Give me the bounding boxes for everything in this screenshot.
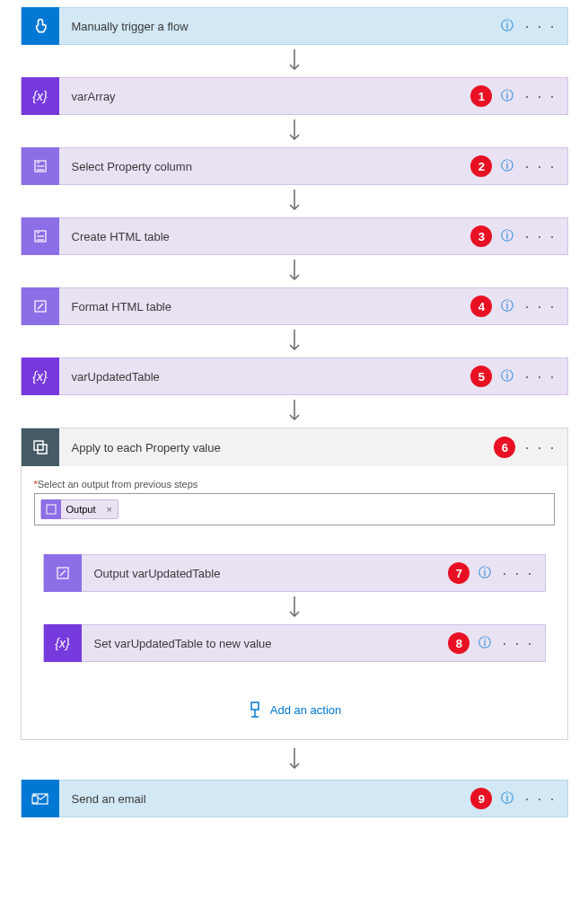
step-badge: 3: [470, 225, 492, 247]
step-label: varArray: [59, 90, 471, 103]
step-badge: 4: [470, 296, 492, 317]
help-icon[interactable]: ⓘ: [501, 88, 513, 104]
vararray-step[interactable]: {x} varArray 1 ⓘ · · ·: [21, 77, 568, 115]
more-icon[interactable]: · · ·: [524, 298, 556, 314]
more-icon[interactable]: · · ·: [524, 368, 556, 384]
svg-rect-15: [251, 702, 259, 710]
variable-icon: {x}: [22, 77, 59, 115]
output-varupdatedtable-step[interactable]: Output varUpdatedTable 7 ⓘ · · ·: [43, 554, 546, 592]
arrow-down-icon: [7, 395, 581, 428]
step-label: Apply to each Property value: [59, 441, 495, 454]
step-label: Send an email: [59, 792, 471, 806]
trigger-step[interactable]: Manually trigger a flow ⓘ · · ·: [21, 7, 568, 45]
more-icon[interactable]: · · ·: [502, 635, 533, 651]
variable-icon: {x}: [44, 624, 82, 662]
step-badge: 2: [470, 155, 492, 177]
help-icon[interactable]: ⓘ: [501, 18, 513, 34]
arrow-down-icon: [7, 740, 581, 780]
help-icon[interactable]: ⓘ: [501, 298, 513, 314]
table-icon: [22, 217, 59, 255]
output-input[interactable]: Output ×: [34, 493, 555, 525]
svg-point-0: [39, 19, 41, 21]
more-icon[interactable]: · · ·: [502, 565, 533, 581]
select-property-step[interactable]: Select Property column 2 ⓘ · · ·: [21, 147, 568, 185]
token-text: Output: [61, 504, 101, 515]
more-icon[interactable]: · · ·: [524, 439, 556, 455]
arrow-down-icon: [34, 592, 555, 624]
step-label: varUpdatedTable: [59, 370, 471, 384]
arrow-down-icon: [7, 255, 581, 287]
apply-to-each-header[interactable]: Apply to each Property value 6 · · ·: [22, 428, 567, 466]
step-label: Select Property column: [59, 160, 471, 173]
add-action-label: Add an action: [270, 703, 342, 717]
compose-icon: [44, 554, 82, 592]
help-icon[interactable]: ⓘ: [501, 368, 513, 384]
step-badge: 5: [470, 366, 492, 387]
apply-to-each-container: Apply to each Property value 6 · · · *Se…: [21, 428, 568, 740]
email-icon: [22, 780, 59, 817]
help-icon[interactable]: ⓘ: [478, 565, 491, 581]
send-email-step[interactable]: Send an email 9 ⓘ · · ·: [21, 780, 568, 817]
step-badge: 6: [494, 437, 515, 458]
more-icon[interactable]: · · ·: [524, 88, 556, 104]
step-label: Manually trigger a flow: [59, 20, 502, 33]
svg-rect-10: [34, 441, 43, 450]
svg-rect-12: [47, 505, 56, 514]
arrow-down-icon: [7, 115, 581, 147]
varupdatedtable-step[interactable]: {x} varUpdatedTable 5 ⓘ · · ·: [21, 357, 568, 395]
help-icon[interactable]: ⓘ: [478, 635, 491, 651]
step-badge: 8: [448, 632, 470, 654]
arrow-down-icon: [7, 325, 581, 357]
step-badge: 9: [470, 788, 492, 809]
create-html-table-step[interactable]: Create HTML table 3 ⓘ · · ·: [21, 217, 568, 255]
step-badge: 1: [470, 85, 492, 107]
loop-icon: [22, 428, 59, 466]
step-label: Format HTML table: [59, 300, 471, 313]
output-token[interactable]: Output ×: [40, 499, 118, 519]
more-icon[interactable]: · · ·: [524, 18, 556, 34]
help-icon[interactable]: ⓘ: [501, 158, 513, 174]
more-icon[interactable]: · · ·: [524, 790, 556, 807]
variable-icon: {x}: [22, 357, 59, 395]
arrow-down-icon: [7, 45, 581, 77]
format-html-table-step[interactable]: Format HTML table 4 ⓘ · · ·: [21, 287, 568, 325]
help-icon[interactable]: ⓘ: [501, 228, 513, 244]
svg-rect-20: [32, 796, 38, 803]
more-icon[interactable]: · · ·: [524, 228, 556, 244]
more-icon[interactable]: · · ·: [524, 158, 556, 174]
set-varupdatedtable-step[interactable]: {x} Set varUpdatedTable to new value 8 ⓘ…: [43, 624, 546, 662]
arrow-down-icon: [7, 185, 581, 217]
token-icon: [41, 499, 61, 519]
touch-icon: [22, 7, 59, 45]
compose-icon: [22, 287, 59, 325]
container-body: *Select an output from previous steps Ou…: [22, 466, 567, 739]
step-label: Create HTML table: [59, 230, 471, 243]
step-label: Output varUpdatedTable: [82, 567, 449, 580]
help-icon[interactable]: ⓘ: [501, 790, 513, 807]
step-label: Set varUpdatedTable to new value: [82, 637, 449, 650]
token-remove-icon[interactable]: ×: [101, 504, 118, 515]
svg-rect-11: [38, 445, 47, 454]
output-field-label: *Select an output from previous steps: [34, 479, 555, 490]
step-badge: 7: [448, 562, 470, 584]
add-action-button[interactable]: Add an action: [34, 702, 555, 718]
select-icon: [22, 147, 59, 185]
